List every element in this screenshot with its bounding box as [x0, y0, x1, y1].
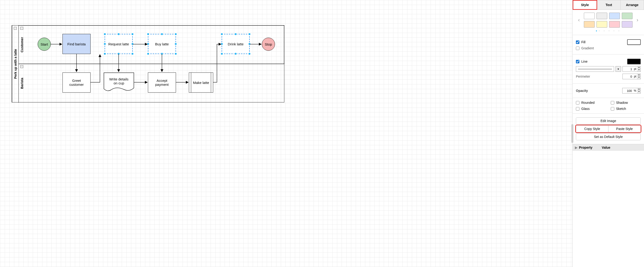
fill-label: Fill: [581, 40, 586, 44]
resize-handle[interactable]: [104, 42, 106, 45]
swatch-prev-button[interactable]: ‹: [576, 17, 582, 23]
rounded-checkbox[interactable]: Rounded: [576, 101, 606, 104]
swatch-section: ‹ › ●○ ○ ○ ○ ○: [573, 10, 644, 35]
line-style-dropdown[interactable]: ▼: [616, 66, 621, 72]
line-width-field[interactable]: [623, 67, 633, 71]
swatch-pink[interactable]: [609, 21, 620, 27]
resize-handle[interactable]: [117, 52, 120, 55]
swimlane-pool[interactable]: Perk up with a latte Customer Start Find…: [12, 25, 284, 102]
resize-handle[interactable]: [160, 33, 163, 35]
node-buy-latte[interactable]: Buy latte: [148, 34, 176, 54]
tab-arrange[interactable]: Arrange: [620, 0, 644, 10]
resize-handle[interactable]: [160, 52, 163, 55]
property-header[interactable]: ▶Property Value: [573, 144, 644, 151]
set-default-style-button[interactable]: Set as Default Style: [576, 133, 640, 140]
swatch-next-button[interactable]: ›: [634, 17, 640, 23]
resize-handle[interactable]: [174, 52, 177, 55]
line-color-well[interactable]: [627, 59, 641, 64]
resize-handle[interactable]: [248, 42, 251, 45]
swatch-white[interactable]: [584, 13, 594, 19]
resize-handle[interactable]: [220, 52, 223, 55]
sketch-checkbox[interactable]: Sketch: [611, 107, 641, 111]
lane-barista-title[interactable]: Barista: [18, 64, 25, 103]
resize-handle[interactable]: [234, 52, 237, 55]
resize-handle[interactable]: [131, 33, 134, 35]
node-drink-latte[interactable]: Drink latte: [222, 34, 250, 54]
fill-checkbox[interactable]: Fill: [576, 40, 586, 44]
node-request-latte[interactable]: Request latte: [104, 34, 133, 54]
panel-resize-grip[interactable]: [572, 124, 573, 143]
lane-barista[interactable]: Barista Greet customer Write details on …: [18, 64, 284, 103]
step-down[interactable]: ▼: [638, 69, 640, 71]
resize-handle[interactable]: [234, 33, 237, 35]
resize-handle[interactable]: [174, 33, 177, 35]
panel-tabs: Style Text Arrange: [573, 0, 644, 10]
resize-handle[interactable]: [117, 33, 120, 35]
edit-image-button[interactable]: Edit Image: [576, 118, 640, 124]
resize-handle[interactable]: [104, 52, 106, 55]
node-make-latte-label: Make latte: [193, 81, 209, 85]
node-make-latte[interactable]: Make latte: [189, 72, 213, 93]
swatch-grey[interactable]: [596, 13, 607, 19]
node-accept-payment[interactable]: Accept payment: [148, 72, 176, 93]
node-find-barista[interactable]: Find barista: [62, 34, 90, 54]
disclosure-triangle-icon[interactable]: ▶: [575, 146, 578, 149]
perimeter-input[interactable]: pt ▲▼: [622, 74, 641, 79]
lane-customer-title[interactable]: Customer: [18, 25, 25, 64]
resize-handle[interactable]: [174, 42, 177, 45]
node-stop[interactable]: Stop: [262, 38, 275, 51]
pool-title[interactable]: Perk up with a latte: [12, 25, 18, 102]
perimeter-field[interactable]: [623, 75, 633, 78]
line-style-preview[interactable]: [576, 66, 614, 72]
opacity-label: Opacity: [576, 89, 588, 93]
resize-handle[interactable]: [104, 33, 106, 35]
value-label: Value: [602, 146, 610, 149]
line-checkbox-input[interactable]: [576, 60, 580, 63]
swatch-green[interactable]: [622, 13, 632, 19]
line-width-unit: pt: [633, 67, 637, 71]
collapse-pool-icon[interactable]: [14, 27, 16, 30]
resize-handle[interactable]: [248, 52, 251, 55]
node-write-details[interactable]: Write details on cup: [104, 72, 134, 92]
perimeter-label: Perimeter: [576, 75, 590, 78]
tab-text[interactable]: Text: [597, 0, 620, 10]
swatch-blue[interactable]: [609, 13, 620, 19]
opacity-unit: %: [633, 89, 637, 92]
resize-handle[interactable]: [147, 42, 150, 45]
line-width-input[interactable]: pt ▲▼: [622, 66, 641, 72]
resize-handle[interactable]: [147, 52, 150, 55]
resize-handle[interactable]: [248, 33, 251, 35]
node-buy-latte-label: Buy latte: [155, 42, 169, 46]
glass-checkbox[interactable]: Glass: [576, 107, 606, 111]
shadow-checkbox[interactable]: Shadow: [611, 101, 641, 104]
opacity-field[interactable]: [622, 89, 633, 93]
resize-handle[interactable]: [220, 42, 223, 45]
property-label: Property: [579, 146, 592, 149]
step-down[interactable]: ▼: [638, 91, 640, 93]
line-checkbox[interactable]: Line: [576, 60, 587, 63]
gradient-label: Gradient: [581, 46, 594, 50]
opacity-input[interactable]: % ▲▼: [622, 88, 641, 93]
resize-handle[interactable]: [131, 42, 134, 45]
resize-handle[interactable]: [147, 33, 150, 35]
node-start[interactable]: Start: [38, 38, 51, 51]
node-write-details-label: Write details on cup: [105, 72, 133, 90]
resize-handle[interactable]: [220, 33, 223, 35]
node-request-latte-label: Request latte: [108, 42, 129, 46]
tab-style[interactable]: Style: [573, 0, 597, 10]
gradient-checkbox[interactable]: Gradient: [576, 46, 594, 50]
copy-style-button[interactable]: Copy Style: [576, 126, 608, 132]
paste-style-button[interactable]: Paste Style: [608, 126, 640, 132]
node-greet-customer[interactable]: Greet customer: [62, 72, 90, 93]
swatch-yellow[interactable]: [596, 21, 607, 27]
swatch-purple[interactable]: [622, 21, 632, 27]
swatch-orange[interactable]: [584, 21, 594, 27]
step-down[interactable]: ▼: [638, 76, 640, 79]
canvas[interactable]: Perk up with a latte Customer Start Find…: [0, 0, 572, 267]
fill-checkbox-input[interactable]: [576, 40, 580, 44]
gradient-checkbox-input[interactable]: [576, 46, 580, 50]
fill-color-well[interactable]: [627, 39, 641, 45]
line-label: Line: [581, 60, 587, 63]
resize-handle[interactable]: [131, 52, 134, 55]
lane-customer[interactable]: Customer Start Find barista Request latt…: [18, 25, 284, 64]
